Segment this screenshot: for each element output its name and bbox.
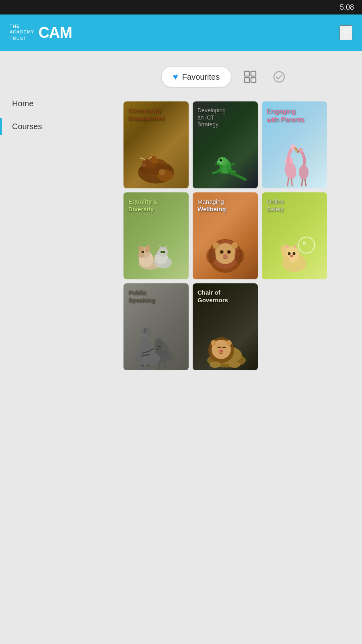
course-card-online-safety[interactable]: OnlineSafety [262, 192, 327, 279]
svg-line-23 [291, 178, 292, 186]
svg-point-65 [280, 246, 287, 252]
app-bar: THE ACADEMY TRUST CAM ⋮ [0, 14, 362, 51]
svg-point-91 [211, 340, 216, 346]
svg-point-31 [138, 253, 144, 258]
svg-point-55 [234, 249, 244, 263]
heart-icon: ♥ [173, 72, 178, 82]
sidebar-item-courses[interactable]: Courses [8, 118, 97, 135]
status-time: 5:08 [340, 3, 354, 12]
verified-filter-button[interactable] [269, 67, 289, 87]
logo-trust: TRUST [10, 35, 34, 41]
main-area: ♥ Favourites C [97, 63, 354, 370]
filter-bar: ♥ Favourites [162, 67, 289, 87]
animal-public [123, 314, 189, 370]
svg-point-51 [221, 251, 223, 253]
favourites-button[interactable]: ♥ Favourites [162, 67, 231, 87]
status-bar: 5:08 [0, 0, 362, 14]
logo-academy: ACADEMY [10, 29, 34, 35]
animal-wellbeing [193, 223, 258, 279]
svg-point-94 [229, 361, 240, 368]
sidebar: Home Courses [8, 63, 97, 370]
animal-equality [123, 223, 189, 279]
course-title-community: CommunityEngagement [128, 107, 184, 122]
sidebar-home-label: Home [12, 99, 33, 108]
svg-point-64 [290, 255, 293, 257]
svg-point-54 [206, 249, 216, 263]
svg-marker-39 [163, 245, 167, 249]
favourites-label: Favourites [182, 72, 220, 82]
sidebar-item-home[interactable]: Home [8, 95, 97, 112]
svg-point-48 [231, 242, 238, 249]
logo-text-small: THE ACADEMY TRUST [10, 24, 34, 41]
animal-engaging [262, 132, 327, 188]
menu-button[interactable]: ⋮ [339, 25, 352, 40]
logo-the: THE [10, 24, 34, 29]
svg-rect-82 [141, 364, 144, 370]
grid-icon [244, 70, 257, 83]
svg-point-47 [213, 242, 219, 249]
course-card-managing-wellbeing[interactable]: ManagingWellbeing [193, 192, 258, 279]
verified-icon [273, 70, 286, 83]
svg-marker-38 [159, 245, 163, 249]
svg-line-22 [288, 178, 288, 186]
svg-point-52 [228, 251, 230, 253]
svg-rect-74 [164, 361, 166, 369]
svg-point-92 [226, 340, 232, 346]
svg-point-90 [219, 350, 223, 353]
course-title-wellbeing: ManagingWellbeing [197, 198, 253, 213]
animal-ict [193, 132, 258, 188]
main-content: Home Courses ♥ Favourites [0, 51, 362, 382]
svg-point-93 [210, 361, 221, 368]
svg-point-78 [141, 334, 146, 338]
svg-rect-0 [245, 71, 249, 76]
svg-line-27 [305, 179, 306, 186]
sidebar-courses-label: Courses [12, 122, 42, 131]
svg-point-66 [298, 237, 315, 253]
svg-point-34 [142, 251, 144, 253]
svg-rect-3 [251, 78, 256, 83]
course-card-public-speaking[interactable]: PublicSpeaking [123, 283, 189, 370]
svg-rect-1 [251, 71, 256, 76]
svg-point-10 [141, 163, 146, 167]
course-card-engaging-parents[interactable]: Engagingwith Parents [262, 101, 327, 188]
logo-cam: CAM [38, 25, 72, 40]
svg-point-53 [223, 254, 228, 258]
svg-point-40 [160, 251, 163, 253]
course-card-ict-strategy[interactable]: Developingan ICTStrategy [193, 101, 258, 188]
course-card-chair-governors[interactable]: Chair ofGovernors [193, 283, 258, 370]
course-card-community-engagement[interactable]: CommunityEngagement [123, 101, 189, 188]
course-title-public: PublicSpeaking [128, 289, 184, 304]
animal-chair [193, 314, 258, 370]
course-title-equality: Equality &Diversity [128, 198, 184, 213]
svg-point-12 [159, 169, 165, 175]
course-title-online: OnlineSafety [267, 198, 322, 213]
svg-rect-73 [158, 361, 160, 369]
svg-rect-2 [245, 78, 249, 83]
grid-filter-button[interactable] [241, 67, 260, 87]
svg-point-4 [274, 72, 284, 82]
svg-rect-83 [147, 364, 150, 370]
svg-point-41 [163, 251, 165, 253]
animal-community [123, 132, 189, 188]
svg-point-21 [290, 144, 296, 150]
svg-point-62 [288, 252, 291, 255]
course-title-engaging: Engagingwith Parents [267, 107, 322, 124]
svg-point-63 [293, 252, 296, 255]
svg-point-18 [221, 159, 222, 160]
svg-point-17 [220, 159, 222, 161]
course-card-equality-diversity[interactable]: Equality &Diversity [123, 192, 189, 279]
course-title-ict: Developingan ICTStrategy [197, 107, 253, 128]
course-title-chair: Chair ofGovernors [197, 289, 253, 304]
svg-point-67 [302, 242, 306, 245]
course-grid: CommunityEngagement [123, 101, 327, 370]
app-logo: THE ACADEMY TRUST CAM [10, 24, 72, 41]
svg-line-26 [302, 179, 302, 186]
animal-online [262, 223, 327, 279]
